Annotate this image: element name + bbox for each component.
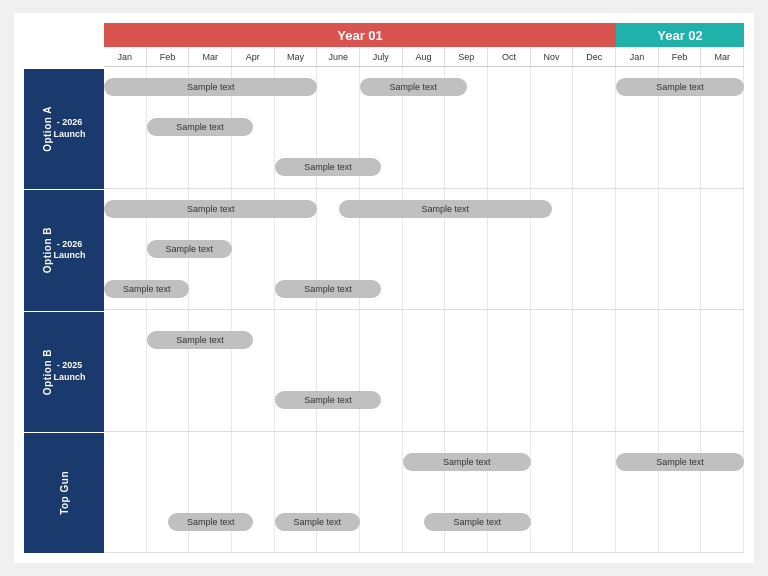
- gantt-wrapper: Option A- 2026 LaunchOption B- 2026 Laun…: [24, 23, 744, 553]
- grid-col: [360, 432, 403, 492]
- grid-col: [573, 189, 616, 229]
- gantt-bar: Sample text: [275, 391, 382, 409]
- month-cell: Sep: [445, 47, 488, 66]
- grid-col: [104, 432, 147, 492]
- grid-col: [531, 432, 574, 492]
- grid-col: [659, 370, 702, 430]
- gantt-bar: Sample text: [275, 158, 382, 176]
- section-label: Option B: [42, 223, 53, 277]
- grid-col: [531, 370, 574, 430]
- grid-col: [659, 107, 702, 147]
- grid-col: [616, 310, 659, 370]
- grid-col: [360, 107, 403, 147]
- month-cell: Dec: [573, 47, 616, 66]
- bar-row: Sample textSample text: [104, 189, 744, 229]
- grid-col: [275, 310, 318, 370]
- gantt-area: Year 01Year 02 JanFebMarAprMayJuneJulyAu…: [104, 23, 744, 553]
- grid-col: [616, 269, 659, 309]
- grid-section-option-a: Sample textSample textSample textSample …: [104, 67, 744, 189]
- month-cell: Apr: [232, 47, 275, 66]
- grid-col: [445, 229, 488, 269]
- grid-col: [147, 370, 190, 430]
- grid-col: [317, 107, 360, 147]
- grid-col: [360, 229, 403, 269]
- grid-col: [616, 370, 659, 430]
- gantt-bar: Sample text: [275, 513, 360, 531]
- grid-col: [616, 189, 659, 229]
- grid-col: [616, 229, 659, 269]
- grid-col: [701, 492, 744, 552]
- grid-col: [147, 432, 190, 492]
- grid-col: [573, 370, 616, 430]
- row-label-option-b1: Option B- 2026 Launch: [24, 190, 104, 311]
- month-cell: Nov: [531, 47, 574, 66]
- grid-col: [104, 492, 147, 552]
- grid-col: [701, 107, 744, 147]
- year-block: Year 02: [616, 23, 744, 47]
- grid-col: [232, 147, 275, 187]
- grid-col: [659, 147, 702, 187]
- grid-col: [573, 310, 616, 370]
- grid-col: [616, 107, 659, 147]
- grid-col: [488, 269, 531, 309]
- grid-col: [147, 147, 190, 187]
- grid-col: [616, 492, 659, 552]
- grid-col: [403, 310, 446, 370]
- grid-col: [189, 370, 232, 430]
- grid-col: [531, 67, 574, 107]
- month-cell: June: [317, 47, 360, 66]
- grid-col: [573, 492, 616, 552]
- grid-col: [573, 147, 616, 187]
- grid-col: [488, 107, 531, 147]
- grid-col: [232, 269, 275, 309]
- row-label-option-b2: Option B- 2025 Launch: [24, 312, 104, 433]
- month-cell: Jan: [104, 47, 147, 66]
- grid-col: [573, 67, 616, 107]
- grid-body: Sample textSample textSample textSample …: [104, 67, 744, 553]
- grid-col: [701, 310, 744, 370]
- grid-col: [573, 107, 616, 147]
- grid-col: [488, 67, 531, 107]
- grid-col: [573, 229, 616, 269]
- grid-col: [659, 269, 702, 309]
- grid-col: [104, 229, 147, 269]
- bar-row: Sample text: [104, 310, 744, 370]
- month-header: JanFebMarAprMayJuneJulyAugSepOctNovDecJa…: [104, 47, 744, 67]
- gantt-bar: Sample text: [147, 240, 232, 258]
- grid-section-top-gun: Sample textSample textSample textSample …: [104, 432, 744, 554]
- year-block: Year 01: [104, 23, 616, 47]
- bar-row: Sample textSample textSample text: [104, 492, 744, 552]
- grid-col: [445, 107, 488, 147]
- grid-col: [403, 370, 446, 430]
- gantt-bar: Sample text: [275, 280, 382, 298]
- month-cell: May: [275, 47, 318, 66]
- bar-row: Sample text: [104, 107, 744, 147]
- section-label: Top Gun: [59, 467, 70, 519]
- grid-col: [488, 229, 531, 269]
- grid-section-option-b1: Sample textSample textSample textSample …: [104, 189, 744, 311]
- gantt-bar: Sample text: [339, 200, 552, 218]
- grid-col: [232, 229, 275, 269]
- grid-col: [659, 492, 702, 552]
- grid-col: [317, 310, 360, 370]
- section-label: Option A: [42, 102, 53, 156]
- row-label-top-gun: Top Gun: [24, 433, 104, 553]
- month-cell: Oct: [488, 47, 531, 66]
- grid-col: [488, 147, 531, 187]
- section-sublabel: - 2025 Launch: [53, 360, 85, 383]
- grid-cols: [104, 147, 744, 187]
- grid-col: [573, 269, 616, 309]
- slide: Option A- 2026 LaunchOption B- 2026 Laun…: [14, 13, 754, 563]
- grid-col: [232, 370, 275, 430]
- month-cell: Feb: [147, 47, 190, 66]
- grid-col: [445, 147, 488, 187]
- grid-col: [403, 107, 446, 147]
- bar-row: Sample textSample text: [104, 269, 744, 309]
- grid-col: [403, 229, 446, 269]
- gantt-bar: Sample text: [168, 513, 253, 531]
- grid-col: [531, 310, 574, 370]
- grid-col: [317, 432, 360, 492]
- grid-cols: [104, 269, 744, 309]
- bar-row: Sample text: [104, 229, 744, 269]
- grid-col: [701, 229, 744, 269]
